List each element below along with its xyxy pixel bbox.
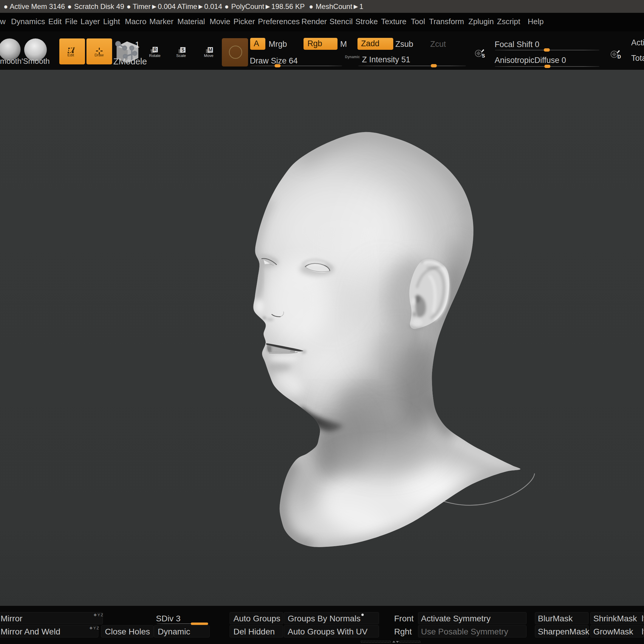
svg-text:R: R — [154, 47, 157, 52]
svg-text:S: S — [181, 47, 184, 52]
svg-text:M: M — [208, 47, 212, 52]
svg-text:D: D — [617, 54, 621, 59]
svg-text:S: S — [482, 53, 485, 58]
